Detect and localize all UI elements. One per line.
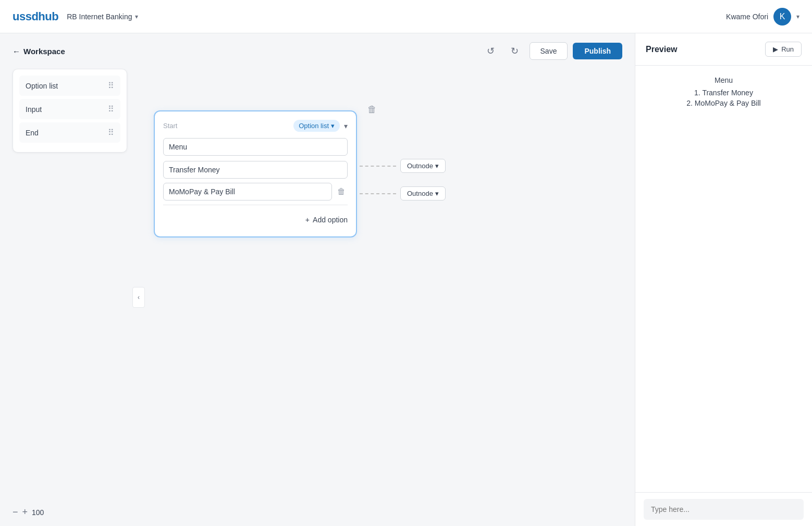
card-expand-button[interactable]: ▾ (344, 122, 348, 130)
option-list-label: Option list (26, 82, 58, 90)
delete-card-button[interactable]: 🗑 (367, 104, 377, 115)
outnode-chevron-icon-1: ▾ (435, 162, 439, 170)
card-header: Start Option list ▾ ▾ (163, 120, 348, 132)
undo-icon: ↺ (487, 45, 495, 57)
delete-option-2-button[interactable]: 🗑 (335, 185, 348, 198)
outnode-row-1: Outnode ▾ (360, 159, 446, 173)
outnode-button-2[interactable]: Outnode ▾ (400, 186, 446, 201)
play-icon: ▶ (773, 45, 778, 53)
components-panel: Option list ⠿ Input ⠿ End ⠿ (13, 69, 127, 153)
end-label: End (26, 129, 39, 137)
collapse-panel-button[interactable]: ‹ (132, 287, 145, 308)
type-label: Option list (299, 122, 329, 130)
undo-button[interactable]: ↺ (482, 42, 500, 60)
preview-panel: Preview ▶ Run Menu 1. Transfer Money 2. … (635, 33, 812, 526)
redo-icon: ↻ (511, 45, 519, 57)
avatar: K (773, 8, 791, 26)
connector-line-2 (360, 193, 396, 194)
run-button[interactable]: ▶ Run (765, 42, 802, 57)
option-input-2[interactable] (163, 183, 332, 201)
user-chevron-icon[interactable]: ▾ (796, 13, 799, 20)
chevron-down-icon: ▾ (135, 13, 138, 20)
preview-content: Menu 1. Transfer Money 2. MoMoPay & Pay … (635, 66, 812, 492)
publish-button[interactable]: Publish (573, 43, 622, 59)
run-label: Run (781, 45, 794, 53)
preview-item-2: 2. MoMoPay & Pay Bill (646, 99, 802, 107)
zoom-level: 100 (32, 508, 44, 517)
toolbar: ← Workspace ↺ ↻ Save Publish (0, 33, 635, 69)
add-option-label: Add option (313, 216, 348, 224)
zoom-controls: − + 100 (13, 507, 44, 518)
outnode-label-1: Outnode (407, 162, 433, 170)
connector-line-1 (360, 166, 396, 167)
outnode-chevron-icon-2: ▾ (435, 190, 439, 197)
preview-type-input[interactable] (644, 499, 804, 520)
input-label: Input (26, 105, 42, 114)
zoom-in-button[interactable]: + (22, 507, 28, 518)
topnav: ussdhub RB Internet Banking ▾ Kwame Ofor… (0, 0, 812, 33)
preview-title: Preview (646, 45, 677, 54)
flow-card: 🗑 Start Option list ▾ ▾ (154, 110, 357, 237)
drag-handle-icon: ⠿ (108, 81, 114, 91)
outnode-row-2: Outnode ▾ (360, 186, 446, 201)
option-row-2: 🗑 (163, 183, 348, 201)
chevron-left-icon: ‹ (138, 294, 140, 301)
back-arrow-icon: ← (13, 47, 20, 56)
user-name: Kwame Ofori (726, 12, 768, 21)
menu-input[interactable] (163, 138, 348, 156)
main-layout: ← Workspace ↺ ↻ Save Publish Option li (0, 33, 812, 526)
project-name: RB Internet Banking (67, 12, 132, 21)
redo-button[interactable]: ↻ (506, 42, 524, 60)
save-button[interactable]: Save (530, 42, 568, 60)
start-label: Start (163, 122, 177, 130)
workspace-label: Workspace (23, 47, 65, 56)
drag-handle-icon: ⠿ (108, 128, 114, 137)
component-end[interactable]: End ⠿ (19, 122, 120, 143)
canvas: Option list ⠿ Input ⠿ End ⠿ ‹ 🗑 (0, 69, 635, 526)
option-row-1 (163, 161, 348, 179)
back-button[interactable]: ← Workspace (13, 47, 65, 56)
project-selector[interactable]: RB Internet Banking ▾ (67, 12, 138, 21)
component-input[interactable]: Input ⠿ (19, 99, 120, 119)
outnode-button-1[interactable]: Outnode ▾ (400, 159, 446, 173)
workspace-area: ← Workspace ↺ ↻ Save Publish Option li (0, 33, 635, 526)
plus-icon: + (305, 216, 310, 224)
logo: ussdhub (13, 10, 58, 23)
drag-handle-icon: ⠿ (108, 104, 114, 114)
preview-menu-title: Menu (646, 76, 802, 84)
card-type-badge: Option list ▾ (293, 120, 340, 132)
preview-input-area (635, 492, 812, 526)
zoom-out-button[interactable]: − (13, 507, 18, 518)
outnode-label-2: Outnode (407, 190, 433, 197)
preview-item-1: 1. Transfer Money (646, 89, 802, 97)
preview-header: Preview ▶ Run (635, 33, 812, 66)
component-option-list[interactable]: Option list ⠿ (19, 76, 120, 96)
add-option-button[interactable]: + Add option (305, 211, 348, 228)
badge-chevron-icon: ▾ (331, 122, 335, 130)
option-input-1[interactable] (163, 161, 348, 179)
